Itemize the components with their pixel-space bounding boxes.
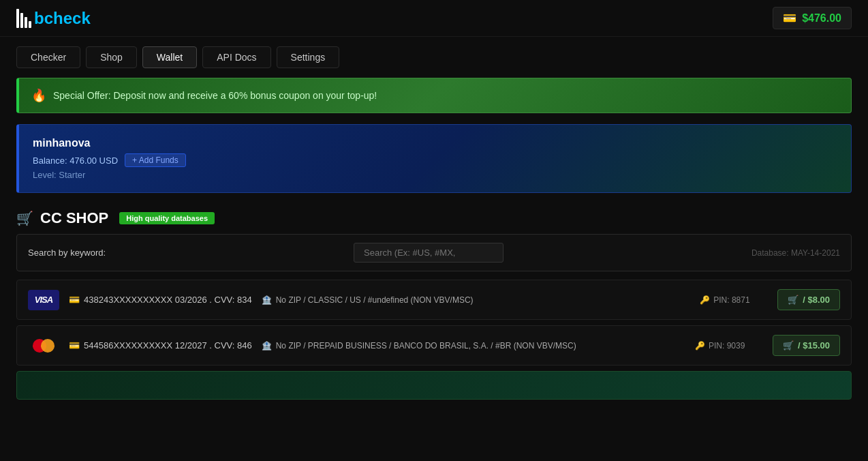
nav-settings[interactable]: Settings: [277, 46, 340, 68]
offer-banner: 🔥 Special Offer: Deposit now and receive…: [16, 78, 852, 113]
cart-icon-btn-2: 🛒: [783, 340, 794, 351]
pin-icon-2: 🔑: [695, 341, 705, 351]
shop-title-text: CC SHOP: [40, 209, 108, 227]
header: bcheck 💳 $476.00: [0, 0, 868, 37]
balance-label: Balance: 476.00 USD: [33, 155, 118, 166]
cart-icon-btn-1: 🛒: [788, 295, 799, 305]
cart-icon: 🛒: [16, 210, 33, 226]
logo-text: bcheck: [34, 9, 91, 28]
user-level: Level: Starter: [33, 170, 837, 180]
credit-card-icon-2: 💳: [69, 340, 80, 351]
buy-price-1: / $8.00: [803, 295, 830, 305]
cc-number-2: 544586XXXXXXXXXX 12/2027 . CVV: 846: [84, 340, 252, 351]
cc-pin-2: PIN: 9039: [709, 341, 745, 351]
mastercard-brand-logo: [28, 336, 59, 356]
balance-row: Balance: 476.00 USD + Add Funds: [33, 153, 837, 167]
info-icon-2: 🏦: [262, 341, 272, 351]
cc-info-col-2: 🏦 No ZIP / PREPAID BUSINESS / BANCO DO B…: [262, 341, 685, 351]
nav-checker[interactable]: Checker: [16, 46, 80, 68]
buy-button-2[interactable]: 🛒 / $15.00: [773, 335, 840, 356]
cc-number-col-2: 💳 544586XXXXXXXXXX 12/2027 . CVV: 846: [69, 340, 252, 351]
wallet-icon: 💳: [783, 12, 796, 25]
logo: bcheck: [16, 9, 91, 28]
logo-b: b: [34, 9, 44, 27]
nav-api-docs[interactable]: API Docs: [202, 46, 270, 68]
wallet-balance: 💳 $476.00: [773, 7, 852, 29]
logo-bar-4: [29, 21, 31, 28]
cc-number-col-1: 💳 438243XXXXXXXXXX 03/2026 . CVV: 834: [69, 295, 252, 305]
cc-row-3-partial: [16, 371, 852, 400]
user-card: minhanova Balance: 476.00 USD + Add Fund…: [16, 124, 852, 193]
db-label: Database: MAY-14-2021: [751, 248, 840, 258]
offer-icon: 🔥: [31, 88, 46, 103]
visa-brand-logo: VISA: [28, 290, 59, 310]
balance-amount: $476.00: [802, 12, 841, 25]
main-content: 🔥 Special Offer: Deposit now and receive…: [0, 78, 868, 416]
add-funds-button[interactable]: + Add Funds: [125, 153, 186, 167]
cc-row-2: 💳 544586XXXXXXXXXX 12/2027 . CVV: 846 🏦 …: [16, 325, 852, 366]
cc-info-1: No ZIP / CLASSIC / US / #undefined (NON …: [276, 295, 474, 305]
cc-pin-col-1: 🔑 PIN: 8871: [700, 295, 768, 305]
nav-bar: Checker Shop Wallet API Docs Settings: [0, 37, 868, 78]
cc-row-1: VISA 💳 438243XXXXXXXXXX 03/2026 . CVV: 8…: [16, 280, 852, 320]
search-label: Search by keyword:: [28, 248, 106, 258]
cc-shop-section: 🛒 CC SHOP High quality databases Search …: [16, 209, 852, 400]
search-row: Search by keyword: Database: MAY-14-2021: [16, 234, 852, 271]
shop-title: 🛒 CC SHOP: [16, 209, 108, 227]
pin-icon-1: 🔑: [700, 295, 710, 305]
logo-bar-1: [16, 9, 19, 28]
logo-check: check: [44, 9, 91, 27]
username: minhanova: [33, 137, 837, 149]
offer-text: Special Offer: Deposit now and receive a…: [53, 90, 377, 101]
buy-button-1[interactable]: 🛒 / $8.00: [777, 289, 840, 310]
info-icon-1: 🏦: [262, 295, 272, 305]
cc-pin-1: PIN: 8871: [713, 295, 749, 305]
cc-info-2: No ZIP / PREPAID BUSINESS / BANCO DO BRA…: [276, 341, 576, 351]
shop-title-row: 🛒 CC SHOP High quality databases: [16, 209, 852, 227]
mc-circles: [33, 339, 55, 353]
logo-bar-2: [20, 13, 23, 28]
buy-price-2: / $15.00: [798, 340, 830, 351]
cc-info-col-1: 🏦 No ZIP / CLASSIC / US / #undefined (NO…: [262, 295, 691, 305]
nav-wallet[interactable]: Wallet: [142, 46, 197, 68]
logo-bar-3: [25, 17, 27, 28]
quality-badge: High quality databases: [119, 212, 215, 224]
search-input[interactable]: [354, 243, 503, 263]
cc-pin-col-2: 🔑 PIN: 9039: [695, 341, 763, 351]
mc-circle-right: [41, 339, 55, 353]
credit-card-icon-1: 💳: [69, 295, 80, 305]
nav-shop[interactable]: Shop: [86, 46, 137, 68]
logo-bars-icon: [16, 9, 31, 28]
cc-number-1: 438243XXXXXXXXXX 03/2026 . CVV: 834: [84, 295, 252, 305]
